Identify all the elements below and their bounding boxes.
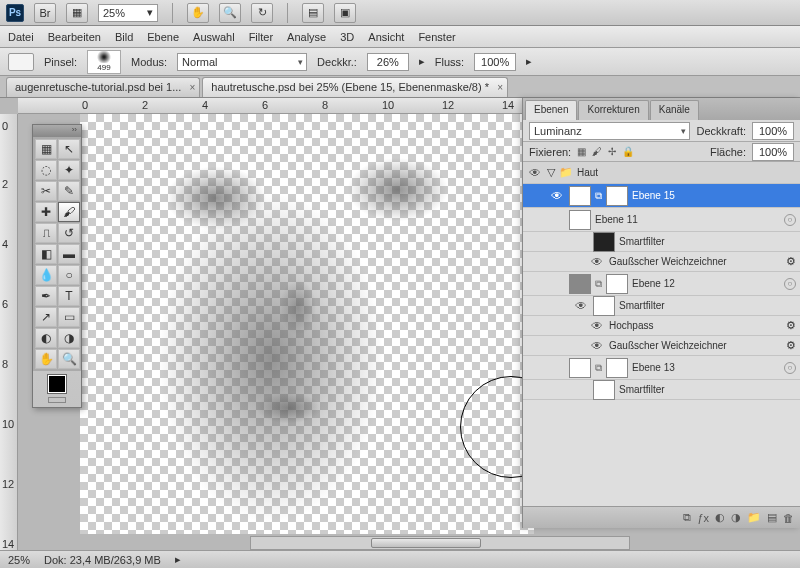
- menu-ansicht[interactable]: Ansicht: [368, 31, 404, 43]
- mask-thumbnail[interactable]: [606, 186, 628, 206]
- mask-icon[interactable]: ◐: [715, 511, 725, 524]
- fx-badge[interactable]: ○: [784, 214, 796, 226]
- lock-all-icon[interactable]: 🔒: [622, 146, 634, 157]
- filter-thumbnail[interactable]: [593, 232, 615, 252]
- filter-settings-icon[interactable]: ⚙: [786, 339, 796, 352]
- 3d-camera-tool[interactable]: ◑: [58, 328, 80, 348]
- fx-icon[interactable]: ƒx: [697, 512, 709, 524]
- layer-opacity-input[interactable]: 100%: [752, 122, 794, 140]
- flow-input[interactable]: 100%: [474, 53, 516, 71]
- wand-tool[interactable]: ✦: [58, 160, 80, 180]
- mask-thumbnail[interactable]: [606, 358, 628, 378]
- lasso-tool[interactable]: ◌: [35, 160, 57, 180]
- fill-input[interactable]: 100%: [752, 143, 794, 161]
- screen-mode-button[interactable]: ▣: [334, 3, 356, 23]
- chevron-right-icon[interactable]: ▸: [419, 55, 425, 68]
- zoom-select[interactable]: 25%▾: [98, 4, 158, 22]
- layer-row[interactable]: 👁 ⧉ Ebene 15: [523, 184, 800, 208]
- filter-settings-icon[interactable]: ⚙: [786, 319, 796, 332]
- layer-thumbnail[interactable]: [569, 210, 591, 230]
- pen-tool[interactable]: ✒: [35, 286, 57, 306]
- tab-korrekturen[interactable]: Korrekturen: [578, 100, 648, 120]
- opacity-input[interactable]: 26%: [367, 53, 409, 71]
- layer-thumbnail[interactable]: [569, 358, 591, 378]
- menu-fenster[interactable]: Fenster: [418, 31, 455, 43]
- smartfilter-row[interactable]: Smartfilter: [523, 232, 800, 252]
- layer-thumbnail[interactable]: [569, 186, 591, 206]
- brush-tool[interactable]: 🖌: [58, 202, 80, 222]
- smartfilter-row[interactable]: Smartfilter: [523, 380, 800, 400]
- delete-icon[interactable]: 🗑: [783, 512, 794, 524]
- marquee-tool[interactable]: ↖: [58, 139, 80, 159]
- menu-bearbeiten[interactable]: Bearbeiten: [48, 31, 101, 43]
- menu-bild[interactable]: Bild: [115, 31, 133, 43]
- effect-row[interactable]: 👁 Hochpass ⚙: [523, 316, 800, 336]
- fx-badge[interactable]: ○: [784, 278, 796, 290]
- layer-row[interactable]: Ebene 11 ○: [523, 208, 800, 232]
- blend-mode-select[interactable]: Luminanz: [529, 122, 690, 140]
- arrange-button[interactable]: ▤: [302, 3, 324, 23]
- layer-row[interactable]: ⧉ Ebene 12 ○: [523, 272, 800, 296]
- link-layers-icon[interactable]: ⧉: [683, 511, 691, 524]
- tab-ebenen[interactable]: Ebenen: [525, 100, 577, 120]
- filter-thumbnail[interactable]: [593, 296, 615, 316]
- adjustment-icon[interactable]: ◑: [731, 511, 741, 524]
- hand-tool[interactable]: ✋: [35, 349, 57, 369]
- canvas[interactable]: [80, 114, 534, 534]
- filter-thumbnail[interactable]: [593, 380, 615, 400]
- blur-tool[interactable]: 💧: [35, 265, 57, 285]
- dodge-tool[interactable]: ○: [58, 265, 80, 285]
- quickmask-toggle[interactable]: [48, 397, 66, 403]
- 3d-tool[interactable]: ◐: [35, 328, 57, 348]
- stamp-tool[interactable]: ⎍: [35, 223, 57, 243]
- effect-row[interactable]: 👁 Gaußscher Weichzeichner ⚙: [523, 336, 800, 356]
- blend-mode-select[interactable]: Normal: [177, 53, 307, 71]
- horizontal-scrollbar[interactable]: [250, 536, 630, 550]
- chevron-right-icon[interactable]: ▸: [175, 553, 181, 566]
- visibility-icon[interactable]: 👁: [527, 166, 543, 180]
- history-brush-tool[interactable]: ↺: [58, 223, 80, 243]
- visibility-icon[interactable]: 👁: [589, 255, 605, 269]
- tab-kanaele[interactable]: Kanäle: [650, 100, 699, 120]
- menu-datei[interactable]: Datei: [8, 31, 34, 43]
- shape-tool[interactable]: ▭: [58, 307, 80, 327]
- zoom-tool[interactable]: 🔍: [58, 349, 80, 369]
- bridge-button[interactable]: Br: [34, 3, 56, 23]
- tool-preset-icon[interactable]: [8, 53, 34, 71]
- mask-thumbnail[interactable]: [606, 274, 628, 294]
- status-doc-size[interactable]: Dok: 23,4 MB/263,9 MB: [44, 554, 161, 566]
- minibridge-button[interactable]: ▦: [66, 3, 88, 23]
- toolbox-header[interactable]: ››: [33, 125, 81, 137]
- eraser-tool[interactable]: ◧: [35, 244, 57, 264]
- gradient-tool[interactable]: ▬: [58, 244, 80, 264]
- ruler-vertical[interactable]: 0 2 4 6 8 10 12 14: [0, 114, 18, 550]
- menu-auswahl[interactable]: Auswahl: [193, 31, 235, 43]
- path-tool[interactable]: ↗: [35, 307, 57, 327]
- fx-badge[interactable]: ○: [784, 362, 796, 374]
- layer-thumbnail[interactable]: [569, 274, 591, 294]
- heal-tool[interactable]: ✚: [35, 202, 57, 222]
- menu-ebene[interactable]: Ebene: [147, 31, 179, 43]
- hand-tool-button[interactable]: ✋: [187, 3, 209, 23]
- layer-group[interactable]: 👁 ▽ 📁 Haut: [523, 162, 800, 184]
- eyedropper-tool[interactable]: ✎: [58, 181, 80, 201]
- brush-preview[interactable]: 499: [87, 50, 121, 74]
- visibility-icon[interactable]: 👁: [589, 319, 605, 333]
- color-swatches[interactable]: [33, 371, 81, 407]
- group-icon[interactable]: 📁: [747, 511, 761, 524]
- lock-position-icon[interactable]: ✢: [608, 146, 616, 157]
- new-layer-icon[interactable]: ▤: [767, 511, 777, 524]
- lock-pixels-icon[interactable]: 🖌: [592, 146, 602, 157]
- close-icon[interactable]: ×: [189, 82, 195, 93]
- folder-toggle-icon[interactable]: ▽: [547, 166, 555, 179]
- smartfilter-row[interactable]: 👁 Smartfilter: [523, 296, 800, 316]
- menu-filter[interactable]: Filter: [249, 31, 273, 43]
- menu-3d[interactable]: 3D: [340, 31, 354, 43]
- scrollbar-thumb[interactable]: [371, 538, 481, 548]
- status-zoom[interactable]: 25%: [8, 554, 30, 566]
- crop-tool[interactable]: ✂: [35, 181, 57, 201]
- layer-row[interactable]: ⧉ Ebene 13 ○: [523, 356, 800, 380]
- effect-row[interactable]: 👁 Gaußscher Weichzeichner ⚙: [523, 252, 800, 272]
- foreground-color[interactable]: [48, 375, 66, 393]
- chevron-right-icon[interactable]: ▸: [526, 55, 532, 68]
